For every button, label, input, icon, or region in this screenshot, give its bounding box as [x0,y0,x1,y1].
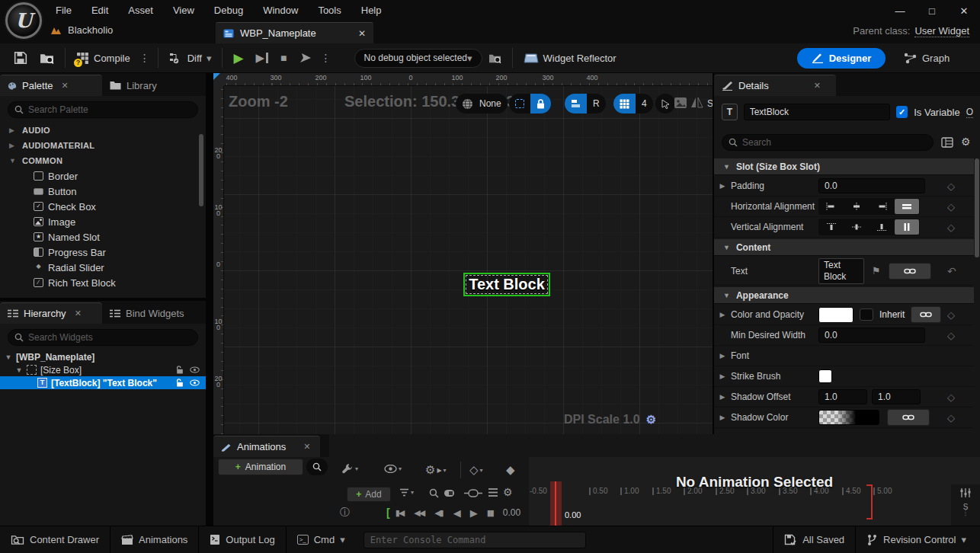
stop-button[interactable]: ■ [274,43,293,73]
screen-fill-label[interactable]: Scre [707,98,713,109]
valign-reset-icon[interactable]: ◇ [947,222,955,233]
palette-group-audio[interactable]: ▶AUDIO [0,123,206,138]
timeline[interactable]: -0.500.501.001.502.002.503.003.504.004.5… [529,457,980,526]
section-content[interactable]: ▼Content [714,239,974,256]
text-value-field[interactable]: TextBlock [818,258,864,284]
close-window-button[interactable]: ✕ [948,0,980,21]
info-icon[interactable]: ⓘ [340,506,350,519]
alignment-snap-button[interactable] [565,94,587,113]
shadow-color-swatch[interactable] [818,410,879,425]
shadow-color-bind-button[interactable] [887,409,930,426]
tab-palette[interactable]: Palette ✕ [0,75,102,96]
halign-reset-icon[interactable]: ◇ [947,201,955,213]
save-button[interactable] [8,43,34,73]
document-tab-close-icon[interactable]: ✕ [358,28,366,39]
valign-fill-button[interactable] [895,219,919,235]
browse-asset-button[interactable] [34,43,60,73]
padding-field[interactable] [818,178,925,193]
output-log-button[interactable]: Output Log [199,526,285,553]
go-to-start-button[interactable]: ▮◀ [396,508,404,518]
shadow-offset-y-field[interactable] [872,389,921,404]
step-back-button[interactable]: ◀▮ [434,508,443,518]
unlock-icon[interactable] [176,379,184,387]
details-settings-gear-icon[interactable]: ⚙ [961,136,971,148]
cursor-mode-button[interactable] [655,94,675,113]
shadow-color-expander-icon[interactable]: ▶ [714,414,731,421]
content-drawer-button[interactable]: Content Drawer [0,526,110,553]
inherit-swatch[interactable] [860,308,873,321]
open-selection-partial[interactable]: O [966,107,973,118]
track-list-icon[interactable] [488,487,498,497]
graph-mode-button[interactable]: Graph [904,48,950,69]
palette-item-richtext[interactable]: ∕Rich Text Block [0,275,206,290]
tab-animations[interactable]: Animations ✕ [213,436,320,457]
view-options-icon[interactable] [941,137,953,148]
unlock-icon[interactable] [176,366,184,374]
document-tab[interactable]: WBP_Nameplate ✕ [216,22,373,43]
valign-center-button[interactable] [844,219,869,235]
maximize-button[interactable]: □ [916,0,948,21]
diff-button[interactable]: Diff ▾ [163,43,218,73]
strike-expander-icon[interactable]: ▶ [714,372,731,380]
sliders-icon[interactable] [959,487,972,498]
track-pill-icon[interactable] [444,489,460,497]
palette-item-namedslot[interactable]: ★Named Slot [0,229,206,245]
palette-item-border[interactable]: Border [0,168,206,184]
shadow-offset-expander-icon[interactable]: ▶ [714,393,731,401]
hierarchy-row[interactable]: T[TextBlock] "Text Block" [0,376,206,389]
palette-search[interactable] [8,101,198,118]
shadow-color-reset-icon[interactable]: ◇ [947,412,955,424]
all-saved-button[interactable]: All Saved [773,526,855,553]
frame-skip-button[interactable]: ▶ [250,43,275,73]
details-search[interactable] [722,134,934,151]
add-animation-button[interactable]: + Animation [218,459,303,475]
visibility-eye-icon[interactable] [190,379,200,386]
palette-item-image[interactable]: Image [0,214,206,229]
add-track-button[interactable]: + Add [347,487,391,502]
widget-name-field[interactable] [744,104,891,120]
project-tab[interactable]: Blackholio [50,24,113,36]
visibility-eye-icon[interactable] [190,366,200,373]
palette-item-checkbox[interactable]: ✓Check Box [0,199,206,214]
track-range-icon[interactable] [463,489,483,497]
console-command-bar[interactable] [363,532,586,548]
lock-widget-button[interactable] [530,94,551,113]
shadow-offset-reset-icon[interactable]: ◇ [947,392,955,403]
menu-tools[interactable]: Tools [308,0,351,21]
animations-tab-close-icon[interactable]: ✕ [303,442,310,452]
sequencer-view-dropdown[interactable]: ▾ [384,465,402,473]
palette-scrollbar[interactable] [199,134,203,206]
play-button[interactable]: ▶ [227,43,249,73]
launch-button[interactable] [293,43,318,73]
details-scrollbar[interactable] [975,158,979,257]
valign-bottom-button[interactable] [870,219,894,235]
halign-left-button[interactable] [819,199,844,214]
color-reset-icon[interactable]: ◇ [947,309,955,321]
add-keyframe-button[interactable]: ◆ [506,463,515,477]
min-width-field[interactable] [818,328,925,343]
text-bind-button[interactable] [889,263,931,280]
track-search-icon[interactable] [429,488,439,498]
console-command-input[interactable] [370,535,579,545]
compile-options-icon[interactable]: ⋮ [136,52,153,64]
padding-expander-icon[interactable]: ▶ [714,182,731,190]
palette-item-button[interactable]: Button [0,184,206,199]
color-bind-button[interactable] [911,306,941,323]
menu-help[interactable]: Help [351,0,392,21]
track-settings-gear-icon[interactable]: ⚙ [503,486,513,498]
browse-debug-button[interactable] [482,43,508,73]
revision-control-button[interactable]: Revision Control ▾ [856,526,977,553]
menu-debug[interactable]: Debug [204,0,253,21]
hierarchy-row[interactable]: ▼[Size Box] [0,363,206,376]
widget-reflector-button[interactable]: Widget Reflector [517,43,623,73]
play-forward-button[interactable]: ▶ [470,507,476,519]
tab-hierarchy[interactable]: Hierarchy ✕ [0,302,102,324]
play-reverse-button[interactable]: ◀ [453,507,460,519]
hierarchy-row[interactable]: ▼[WBP_Nameplate] [0,350,206,363]
text-revert-icon[interactable]: ↶ [947,265,956,277]
preview-background-icon[interactable] [674,97,687,109]
padding-reset-icon[interactable]: ◇ [947,181,955,192]
keyframe-options-dropdown[interactable]: ◇▾ [469,463,483,477]
filter-dropdown[interactable]: ▾ [399,488,414,497]
valign-top-button[interactable] [819,219,844,235]
